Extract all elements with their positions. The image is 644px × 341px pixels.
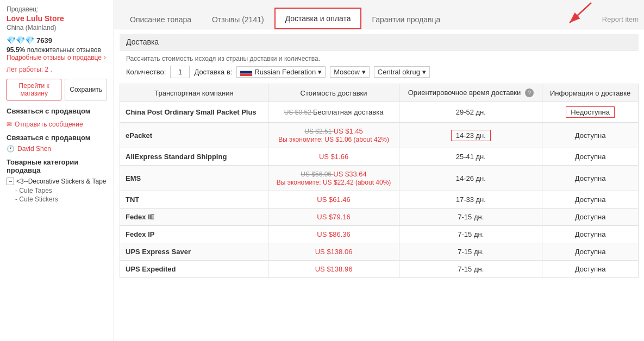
- region-value: Central okrug: [378, 68, 420, 76]
- contact-section-title: Связаться с продавцом: [7, 107, 107, 115]
- table-row-price: US $138.96: [268, 261, 399, 278]
- quantity-input[interactable]: [170, 66, 190, 78]
- sidebar-buttons: Перейти к магазину Сохранить: [7, 79, 107, 100]
- category-item-main[interactable]: − <3--Decorative Stickers & Tape: [7, 178, 107, 185]
- rating-row: 💎💎💎 7639: [7, 36, 107, 45]
- table-row-price: US $138.06: [268, 243, 399, 261]
- svg-line-1: [570, 3, 591, 23]
- contact-name[interactable]: 🕐 David Shen: [7, 145, 107, 153]
- svg-rect-3: [240, 71, 252, 73]
- table-row-company: AliExpress Standard Shipping: [120, 148, 268, 166]
- svg-rect-2: [240, 68, 252, 71]
- seller-label: Продавец:: [7, 5, 107, 13]
- col-time: Ориентировочное время доставки ?: [399, 84, 542, 102]
- table-row-company: Fedex IP: [120, 226, 268, 243]
- delivery-section-header: Доставка: [120, 34, 639, 50]
- table-row-time: 7-15 дн.: [399, 209, 542, 226]
- city-value: Moscow: [334, 68, 360, 76]
- city-select[interactable]: Moscow ▾: [330, 66, 370, 78]
- diamond-icons: 💎💎💎: [7, 36, 34, 45]
- save-button[interactable]: Сохранить: [65, 79, 107, 100]
- table-row-company: China Post Ordinary Small Packet Plus: [120, 102, 268, 123]
- clock-icon: 🕐: [7, 145, 15, 153]
- table-row-availability: Доступна: [542, 123, 639, 148]
- table-row-availability: Недоступна: [542, 102, 639, 123]
- chevron-down-icon: ›: [104, 54, 106, 61]
- table-row-availability: Доступна: [542, 166, 639, 191]
- table-row-company: UPS Express Saver: [120, 243, 268, 261]
- table-row-price: US $56.06 US $33.64Вы экономите: US $22.…: [268, 166, 399, 191]
- rating-pct: 95.5%: [7, 46, 25, 54]
- table-row-time: 7-15 дн.: [399, 226, 542, 243]
- table-row-availability: Доступна: [542, 191, 639, 209]
- report-item-link[interactable]: Report item: [602, 10, 639, 29]
- col-price: Стоимость доставки: [268, 84, 399, 102]
- rating-pct-row: 95.5% положительных отзывов: [7, 46, 107, 54]
- table-row-company: UPS Expedited: [120, 261, 268, 278]
- country-dropdown-icon: ▾: [318, 68, 322, 76]
- help-icon[interactable]: ?: [525, 89, 534, 97]
- tab-right-spacer: [553, 0, 597, 29]
- category-sub-1[interactable]: - Cute Tapes: [15, 187, 107, 194]
- table-row-price: US $79.16: [268, 209, 399, 226]
- table-row-time: 7-15 дн.: [399, 243, 542, 261]
- annotation-arrow: [553, 0, 597, 27]
- sidebar: Продавец: Love Lulu Store China (Mainlan…: [0, 0, 114, 341]
- seller-name[interactable]: Love Lulu Store: [7, 14, 107, 23]
- rating-count: 7639: [36, 36, 52, 45]
- seller-location: China (Mainland): [7, 24, 107, 31]
- delivery-content: Доставка Рассчитать стоимость исходя из …: [114, 34, 644, 283]
- contact-section-title2: Связаться с продавцом: [7, 134, 107, 142]
- tab-bar: Описание товара Отзывы (2141) Доставка и…: [114, 0, 644, 29]
- send-message-link[interactable]: ✉ Отправить сообщение: [7, 121, 107, 128]
- minus-icon[interactable]: −: [7, 178, 14, 185]
- destination-label: Доставка в:: [194, 68, 232, 76]
- tab-reviews[interactable]: Отзывы (2141): [202, 9, 274, 29]
- svg-rect-4: [240, 73, 252, 76]
- tab-description[interactable]: Описание товара: [120, 9, 202, 29]
- table-row-price: US $2.51 US $1.45Вы экономите: US $1.06 …: [268, 123, 399, 148]
- table-row-availability: Доступна: [542, 226, 639, 243]
- col-info: Информация о доставке: [542, 84, 639, 102]
- table-row-price: US $0.52 Бесплатная доставка: [268, 102, 399, 123]
- envelope-icon: ✉: [7, 121, 12, 128]
- country-select[interactable]: Russian Federation ▾: [236, 66, 326, 78]
- go-to-store-button[interactable]: Перейти к магазину: [7, 79, 61, 100]
- table-row-price: US $61.46: [268, 191, 399, 209]
- table-row-time: 17-33 дн.: [399, 191, 542, 209]
- table-row-company: TNT: [120, 191, 268, 209]
- table-row-availability: Доступна: [542, 148, 639, 166]
- rating-pct-label: положительных отзывов: [27, 46, 101, 54]
- col-company: Транспортная компания: [120, 84, 268, 102]
- table-row-time: 7-15 дн.: [399, 261, 542, 278]
- delivery-controls: Количество: Доставка в: Russian Federati…: [120, 66, 639, 84]
- table-row-time: 29-52 дн.: [399, 102, 542, 123]
- table-row-time: 25-41 дн.: [399, 148, 542, 166]
- table-row-price: US $1.66: [268, 148, 399, 166]
- reviews-link[interactable]: Подробные отзывы о продавце ›: [7, 54, 107, 61]
- table-row-price: US $86.36: [268, 226, 399, 243]
- table-row-availability: Доступна: [542, 243, 639, 261]
- region-dropdown-icon: ▾: [422, 68, 426, 76]
- shipping-table: Транспортная компания Стоимость доставки…: [120, 84, 639, 278]
- region-select[interactable]: Central okrug ▾: [374, 66, 430, 78]
- table-row-company: ePacket: [120, 123, 268, 148]
- quantity-label: Количество:: [126, 68, 166, 76]
- years-row: Лет работы: 2 .: [7, 66, 107, 73]
- tab-guarantees[interactable]: Гарантии продавца: [361, 9, 451, 29]
- table-row-company: Fedex IE: [120, 209, 268, 226]
- years-value: 2: [45, 66, 48, 73]
- table-row-availability: Доступна: [542, 209, 639, 226]
- table-row-time: 14-26 дн.: [399, 166, 542, 191]
- tab-delivery[interactable]: Доставка и оплата: [274, 8, 362, 29]
- categories-title: Товарные категории продавца: [7, 158, 107, 174]
- country-value: Russian Federation: [254, 68, 316, 76]
- russia-flag-icon: [240, 68, 252, 76]
- category-sub-2[interactable]: - Cute Stickers: [15, 195, 107, 203]
- table-row-availability: Доступна: [542, 261, 639, 278]
- table-row-company: EMS: [120, 166, 268, 191]
- main-content: Описание товара Отзывы (2141) Доставка и…: [114, 0, 644, 341]
- table-row-time: 14-23 дн.: [399, 123, 542, 148]
- city-dropdown-icon: ▾: [362, 68, 366, 76]
- delivery-description: Рассчитать стоимость исходя из страны до…: [120, 50, 639, 66]
